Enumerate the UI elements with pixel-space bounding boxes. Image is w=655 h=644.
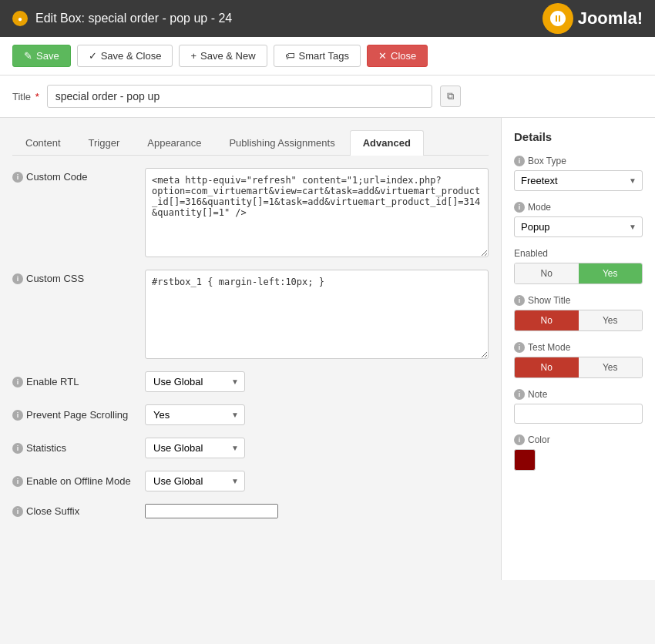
offline-mode-label: i Enable on Offline Mode [12, 475, 136, 487]
box-type-label: i Box Type [514, 156, 643, 166]
test-mode-no-button[interactable]: No [515, 357, 579, 377]
tag-icon: 🏷 [285, 50, 295, 62]
offline-mode-field: i Enable on Offline Mode Use Global Yes … [12, 471, 489, 491]
note-label: i Note [514, 389, 643, 400]
show-title-field: i Show Title No Yes [514, 295, 643, 331]
check-icon: ✓ [89, 50, 97, 62]
test-mode-label: i Test Mode [514, 342, 643, 353]
offline-mode-select-wrapper: Use Global Yes No ▼ [145, 471, 245, 491]
show-title-yes-button[interactable]: Yes [579, 310, 643, 330]
mode-field: i Mode Popup Inline Tooltip ▼ [514, 202, 643, 237]
enabled-yes-button[interactable]: Yes [579, 263, 643, 283]
custom-code-textarea[interactable]: <meta http-equiv="refresh" content="1;ur… [145, 168, 489, 257]
copy-title-button[interactable]: ⧉ [440, 86, 461, 107]
smart-tags-button[interactable]: 🏷 Smart Tags [274, 45, 361, 67]
color-info-icon[interactable]: i [514, 434, 525, 445]
close-icon: ✕ [378, 50, 387, 62]
enable-rtl-info-icon[interactable]: i [12, 377, 23, 387]
close-suffix-input[interactable] [145, 504, 278, 518]
offline-mode-select[interactable]: Use Global Yes No [145, 471, 245, 491]
tab-publishing-assignments[interactable]: Publishing Assignments [216, 130, 348, 155]
test-mode-info-icon[interactable]: i [514, 342, 525, 353]
plus-icon: + [190, 50, 196, 62]
custom-code-label: i Custom Code [12, 168, 136, 183]
color-swatch[interactable] [514, 449, 536, 471]
enable-rtl-select-wrapper: Use Global Yes No ▼ [145, 371, 245, 392]
custom-css-info-icon[interactable]: i [12, 273, 23, 284]
mode-info-icon[interactable]: i [514, 202, 525, 213]
title-label: Title * [12, 91, 39, 102]
details-title: Details [514, 130, 643, 143]
save-button[interactable]: ✎ Save [12, 45, 71, 67]
note-info-icon[interactable]: i [514, 389, 525, 400]
tab-content[interactable]: Content [12, 130, 74, 155]
close-button[interactable]: ✕ Close [367, 45, 428, 67]
custom-code-field: i Custom Code <meta http-equiv="refresh"… [12, 168, 489, 257]
save-new-button[interactable]: + Save & New [179, 45, 267, 67]
statistics-field: i Statistics Use Global Yes No ▼ [12, 438, 489, 458]
prevent-scrolling-select-wrapper: Yes No Use Global ▼ [145, 404, 245, 425]
prevent-scrolling-field: i Prevent Page Scrolling Yes No Use Glob… [12, 404, 489, 425]
mode-select-wrapper: Popup Inline Tooltip ▼ [514, 216, 643, 237]
header-bar: ● Edit Box: special order - pop up - 24 … [0, 0, 655, 37]
color-field: i Color [514, 434, 643, 471]
enabled-field: Enabled No Yes [514, 248, 643, 284]
enable-rtl-select[interactable]: Use Global Yes No [145, 371, 245, 392]
save-icon: ✎ [24, 50, 32, 62]
show-title-info-icon[interactable]: i [514, 295, 525, 306]
custom-code-info-icon[interactable]: i [12, 172, 23, 183]
right-panel: Details i Box Type Freetext Image Module… [501, 118, 655, 580]
enabled-no-button[interactable]: No [515, 263, 579, 283]
close-suffix-field: i Close Suffix [12, 504, 489, 518]
box-type-select-wrapper: Freetext Image Module PHP ▼ [514, 170, 643, 191]
tab-appearance[interactable]: Appearance [134, 130, 214, 155]
box-type-info-icon[interactable]: i [514, 156, 525, 166]
test-mode-toggle-group: No Yes [514, 357, 643, 378]
custom-css-label: i Custom CSS [12, 270, 136, 284]
show-title-no-button[interactable]: No [515, 310, 579, 330]
custom-css-field: i Custom CSS #rstbox_1 { margin-left:10p… [12, 270, 489, 359]
mode-select[interactable]: Popup Inline Tooltip [514, 216, 643, 237]
left-panel: Content Trigger Appearance Publishing As… [0, 118, 501, 580]
enable-rtl-field: i Enable RTL Use Global Yes No ▼ [12, 371, 489, 392]
note-input[interactable] [514, 404, 643, 424]
statistics-select[interactable]: Use Global Yes No [145, 438, 245, 458]
statistics-select-wrapper: Use Global Yes No ▼ [145, 438, 245, 458]
title-input[interactable] [47, 85, 432, 108]
tab-advanced[interactable]: Advanced [350, 130, 424, 156]
enabled-label: Enabled [514, 248, 643, 259]
show-title-toggle-group: No Yes [514, 310, 643, 331]
joomla-text: Joomla! [578, 8, 643, 29]
test-mode-yes-button[interactable]: Yes [579, 357, 643, 377]
statistics-info-icon[interactable]: i [12, 443, 23, 454]
close-suffix-label: i Close Suffix [12, 505, 136, 517]
tabs: Content Trigger Appearance Publishing As… [12, 130, 489, 156]
custom-css-textarea[interactable]: #rstbox_1 { margin-left:10px; } [145, 270, 489, 359]
tab-trigger[interactable]: Trigger [76, 130, 133, 155]
joomla-logo: Joomla! [542, 3, 643, 34]
mode-label: i Mode [514, 202, 643, 213]
page-title: Edit Box: special order - pop up - 24 [35, 12, 232, 25]
main-content: Content Trigger Appearance Publishing As… [0, 118, 655, 580]
prevent-scrolling-label: i Prevent Page Scrolling [12, 409, 136, 421]
box-type-field: i Box Type Freetext Image Module PHP ▼ [514, 156, 643, 191]
enabled-toggle-group: No Yes [514, 263, 643, 284]
toolbar: ✎ Save ✓ Save & Close + Save & New 🏷 Sma… [0, 37, 655, 75]
color-label: i Color [514, 434, 643, 445]
save-close-button[interactable]: ✓ Save & Close [77, 45, 173, 67]
test-mode-field: i Test Mode No Yes [514, 342, 643, 378]
prevent-scrolling-info-icon[interactable]: i [12, 410, 23, 421]
prevent-scrolling-select[interactable]: Yes No Use Global [145, 404, 245, 425]
statistics-label: i Statistics [12, 442, 136, 454]
header-left: ● Edit Box: special order - pop up - 24 [12, 11, 232, 26]
app-dot-icon: ● [12, 11, 28, 26]
note-field: i Note [514, 389, 643, 424]
offline-mode-info-icon[interactable]: i [12, 476, 23, 487]
close-suffix-info-icon[interactable]: i [12, 506, 23, 517]
title-row: Title * ⧉ [0, 75, 655, 118]
box-type-select[interactable]: Freetext Image Module PHP [514, 170, 643, 191]
enable-rtl-label: i Enable RTL [12, 376, 136, 387]
show-title-label: i Show Title [514, 295, 643, 306]
joomla-icon [542, 3, 573, 34]
required-marker: * [32, 91, 39, 102]
